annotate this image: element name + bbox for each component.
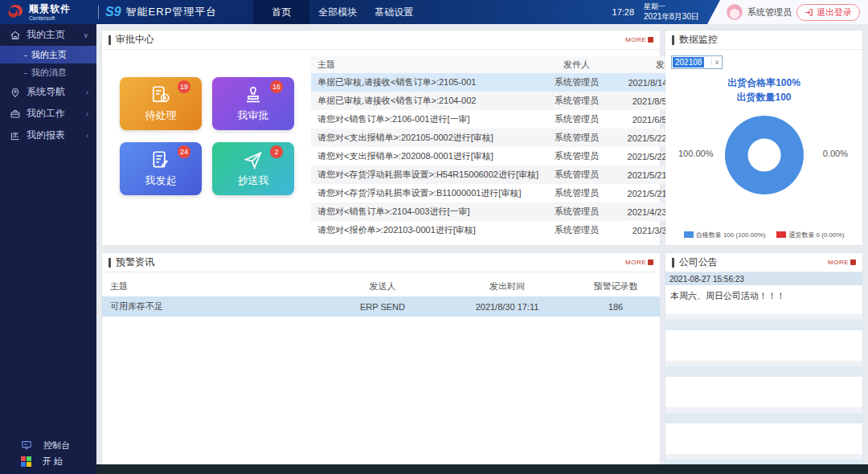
tile-cc-me[interactable]: 抄送我 2: [212, 142, 294, 195]
user-area: 系统管理员 退出登录: [707, 0, 868, 24]
more-link[interactable]: MORE: [828, 259, 856, 266]
brand-divider: [98, 5, 99, 19]
sidebar: 我的主页 ∨ - 我的主页 - 我的消息 系统导航 › 我的工作 ›: [0, 24, 96, 474]
tile-badge: 2: [270, 145, 283, 158]
console-button[interactable]: 控制台: [0, 437, 96, 453]
logout-button[interactable]: 退出登录: [796, 4, 860, 21]
cell-sender: 系统管理员: [538, 76, 615, 88]
brand-name-cn: 顺景软件: [29, 4, 71, 14]
clock-time: 17:28: [612, 7, 635, 17]
announcements-panel: 公司公告 MORE 2021-08-27 15:56:23 本周六、周日公司活动…: [665, 253, 862, 464]
sidebar-subitem-my-home[interactable]: - 我的主页: [0, 46, 96, 63]
message-table: 主题 发件人 发出时间 单据已审核,请接收<销售订单>:2105-001 系统管…: [311, 56, 708, 239]
cell-sender: 系统管理员: [538, 95, 615, 107]
table-row[interactable]: 请您对<存货浮动耗损率设置>:H54R15006002进行[审核] 系统管理员 …: [311, 165, 699, 184]
sidebar-subitem-my-messages[interactable]: - 我的消息: [0, 63, 96, 81]
table-row[interactable]: 请您对<支出报销单>:202105-0002进行[审核] 系统管理员 2021/…: [311, 129, 699, 147]
cell-sender: ERP SEND: [322, 302, 443, 312]
sidebar-item-my-home[interactable]: 我的主页 ∨: [0, 24, 96, 46]
sidebar-item-label: 我的工作: [27, 107, 65, 121]
chevron-right-icon: ›: [86, 88, 88, 96]
nav-tab-home[interactable]: 首页: [253, 0, 309, 24]
panel-title: 审批中心: [116, 33, 154, 47]
nav-tab-basic-settings[interactable]: 基础设置: [366, 0, 422, 24]
cell-sender: 系统管理员: [538, 150, 615, 162]
more-link[interactable]: MORE: [625, 36, 653, 43]
legend-returned: 退货数量 0 (0.00%): [776, 231, 844, 239]
main-content: 审批中心 MORE 待处理 19: [96, 24, 868, 474]
sidebar-item-system-nav[interactable]: 系统导航 ›: [0, 81, 96, 103]
cell-subject: 请您对<存货浮动耗损率设置>:B11000001进行[审核]: [311, 187, 538, 199]
nav-tab-all-modules[interactable]: 全部模块: [309, 0, 366, 24]
announcement-date: [665, 366, 862, 377]
chevron-right-icon: ›: [86, 110, 88, 118]
cell-sender: 系统管理员: [538, 132, 615, 144]
col-record-count: 预警记录数: [571, 280, 660, 292]
table-row[interactable]: 请您对<销售订单>:2106-001进行[一审] 系统管理员 2021/6/5 …: [311, 110, 699, 129]
tile-i-approve[interactable]: 我审批 16: [212, 77, 294, 130]
cell-subject: 请您对<存货浮动耗损率设置>:H54R15006002进行[审核]: [311, 169, 538, 181]
bullet: -: [24, 67, 27, 77]
donut-chart: 100.00% 0.00%: [665, 104, 862, 225]
more-icon: [850, 259, 856, 265]
cell-subject: 请您对<支出报销单>:202008-0001进行[审核]: [311, 150, 538, 162]
tile-pending[interactable]: 待处理 19: [120, 77, 202, 130]
announcement-content: [665, 377, 862, 407]
start-button[interactable]: 开 始: [0, 453, 96, 469]
clock-weekday: 星期一: [644, 2, 699, 12]
table-row[interactable]: 请您对<销售订单>:2104-003进行[一审] 系统管理员 2021/4/23…: [311, 202, 699, 221]
start-label: 开 始: [43, 456, 63, 468]
tile-label: 我发起: [145, 174, 177, 188]
announcement-item-empty: [665, 320, 862, 361]
main-nav: 首页 全部模块 基础设置: [253, 0, 422, 24]
table-row[interactable]: 单据已审核,请接收<销售订单>:2104-002 系统管理员 2021/8/5 …: [311, 92, 699, 110]
sidebar-item-my-reports[interactable]: 我的报表 ›: [0, 125, 96, 146]
table-row[interactable]: 请您对<支出报销单>:202008-0001进行[审核] 系统管理员 2021/…: [311, 147, 699, 165]
tile-badge: 19: [178, 80, 190, 93]
tile-i-initiated[interactable]: 我发起 24: [120, 142, 202, 195]
briefcase-icon: [10, 108, 21, 120]
announcement-item-empty: [665, 413, 862, 454]
cell-record-count: 186: [571, 302, 660, 312]
table-row[interactable]: 请您对<存货浮动耗损率设置>:B11000001进行[审核] 系统管理员 202…: [311, 184, 699, 202]
donut-left-label: 100.00%: [678, 149, 713, 158]
announcement-content: [665, 423, 862, 454]
legend-qualified: 合格数量 100 (100.00%): [684, 231, 766, 239]
period-select[interactable]: 202108 ∨: [671, 55, 723, 69]
sidebar-subitem-label: 我的主页: [31, 49, 67, 61]
cell-sender: 系统管理员: [538, 169, 615, 181]
sidebar-item-label: 我的主页: [27, 28, 65, 42]
col-sender: 发送人: [322, 280, 443, 292]
chevron-down-icon: ∨: [83, 31, 88, 39]
tile-badge: 16: [270, 80, 283, 93]
user-avatar[interactable]: [727, 4, 743, 20]
table-row[interactable]: 请您对<报价单>:202103-0001进行[审核] 系统管理员 2021/3/…: [311, 221, 699, 239]
table-row[interactable]: 单据已审核,请接收<销售订单>:2105-001 系统管理员 2021/8/14…: [311, 73, 699, 92]
logout-label: 退出登录: [817, 6, 852, 18]
more-icon: [648, 37, 653, 43]
alerts-header-row: 主题 发送人 发出时间 预警记录数: [102, 276, 660, 296]
alert-row[interactable]: 可用库存不足 ERP SEND 2021/8/30 17:11 186: [102, 296, 660, 317]
chevron-down-icon: ∨: [711, 59, 722, 66]
bar-chart-icon: [10, 130, 21, 141]
bullet: -: [24, 50, 27, 59]
header-accent: [108, 258, 111, 268]
announcement-date: 2021-08-27 15:56:23: [665, 272, 862, 285]
sidebar-item-label: 我的报表: [27, 129, 65, 142]
header-accent: [108, 35, 111, 45]
data-monitor-panel: 数据监控 202108 ∨ 出货合格率100% 出货数量100 100.00% …: [665, 31, 862, 245]
cell-subject: 请您对<支出报销单>:202105-0002进行[审核]: [311, 132, 538, 144]
cell-subject: 可用库存不足: [102, 300, 322, 313]
header-accent: [672, 35, 674, 45]
panel-header: 预警资讯 MORE: [102, 253, 660, 272]
cell-sender: 系统管理员: [538, 113, 615, 125]
announcement-item[interactable]: 2021-08-27 15:56:23 本周六、周日公司活动！！！: [665, 272, 862, 314]
paper-plane-icon: [243, 149, 264, 170]
user-name: 系统管理员: [747, 6, 792, 18]
col-sender: 发件人: [538, 59, 615, 71]
col-time: 发出时间: [443, 280, 571, 292]
sidebar-item-label: 系统导航: [27, 85, 65, 99]
more-link[interactable]: MORE: [625, 259, 653, 266]
top-bar: 顺景软件 Centersoft S9 智能ERP管理平台 首页 全部模块 基础设…: [0, 0, 868, 24]
sidebar-item-my-work[interactable]: 我的工作 ›: [0, 103, 96, 125]
